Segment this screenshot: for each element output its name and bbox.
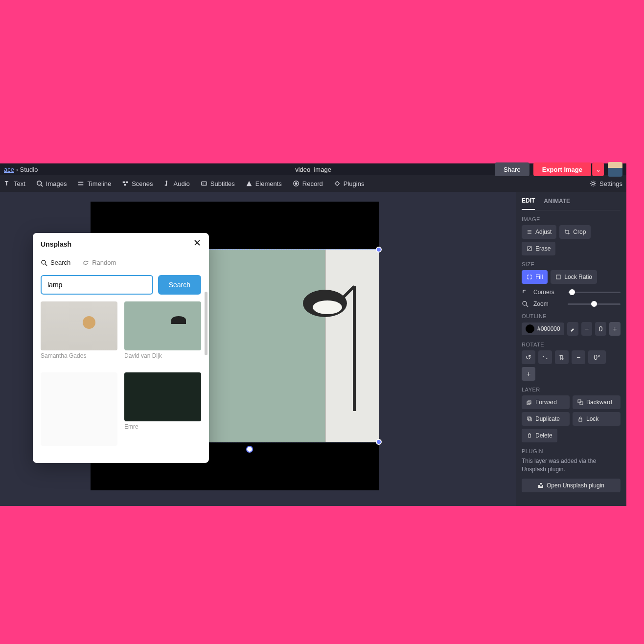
rotate-increase-button[interactable]: + bbox=[522, 367, 535, 381]
zoom-slider[interactable] bbox=[568, 303, 621, 305]
tool-subtitles[interactable]: Subtitles bbox=[201, 180, 235, 187]
fill-button[interactable]: Fill bbox=[522, 270, 548, 284]
unsplash-icon bbox=[538, 483, 544, 488]
modal-title: Unsplash bbox=[41, 240, 71, 248]
search-results-grid: Samantha Gades David van Dijk Emre bbox=[33, 299, 209, 463]
delete-button[interactable]: Delete bbox=[522, 429, 557, 442]
eyedropper-icon bbox=[570, 326, 575, 332]
lock-button[interactable]: Lock bbox=[573, 412, 621, 426]
svg-point-8 bbox=[165, 181, 167, 183]
adjust-icon bbox=[527, 229, 532, 235]
unsplash-modal: Unsplash Search Random Search Samantha G… bbox=[33, 233, 209, 463]
outline-decrease-button[interactable]: − bbox=[581, 322, 593, 336]
unsplash-search-button[interactable]: Search bbox=[158, 275, 201, 295]
svg-rect-32 bbox=[528, 417, 530, 420]
erase-icon bbox=[527, 246, 532, 252]
resize-handle-tr[interactable] bbox=[376, 247, 382, 253]
results-scrollbar[interactable] bbox=[205, 292, 207, 355]
duplicate-button[interactable]: Duplicate bbox=[522, 412, 570, 426]
outline-eyedropper-button[interactable] bbox=[567, 322, 578, 336]
svg-rect-35 bbox=[540, 483, 542, 484]
forward-button[interactable]: Forward bbox=[522, 395, 570, 409]
breadcrumb-studio: Studio bbox=[20, 166, 38, 173]
svg-rect-25 bbox=[556, 275, 560, 279]
toolbar: T Text Images Timeline Scenes Audio Subt… bbox=[0, 175, 626, 192]
breadcrumb-workspace-link[interactable]: ace bbox=[4, 166, 14, 173]
svg-text:T: T bbox=[5, 180, 9, 187]
svg-marker-12 bbox=[246, 181, 252, 186]
modal-tab-random[interactable]: Random bbox=[82, 259, 116, 266]
erase-button[interactable]: Erase bbox=[522, 242, 555, 255]
settings-link[interactable]: Settings bbox=[590, 180, 622, 187]
svg-rect-29 bbox=[527, 402, 530, 405]
outline-increase-button[interactable]: + bbox=[609, 322, 621, 336]
rotate-handle[interactable] bbox=[246, 446, 253, 453]
tab-animate[interactable]: ANIMATE bbox=[544, 192, 570, 210]
lamp-illustration bbox=[291, 274, 359, 411]
result-item[interactable]: David van Dijk bbox=[124, 301, 201, 367]
svg-point-17 bbox=[313, 300, 342, 314]
rotate-decrease-button[interactable]: − bbox=[572, 350, 585, 364]
adjust-button[interactable]: Adjust bbox=[522, 225, 556, 239]
svg-rect-9 bbox=[202, 182, 207, 185]
crop-button[interactable]: Crop bbox=[559, 225, 591, 239]
lock-icon bbox=[577, 416, 583, 422]
unsplash-search-input[interactable] bbox=[41, 275, 153, 295]
zoom-icon bbox=[522, 300, 529, 307]
flip-vertical-button[interactable]: ⇅ bbox=[555, 350, 569, 364]
elements-icon bbox=[246, 180, 253, 187]
modal-tab-search[interactable]: Search bbox=[41, 259, 70, 266]
svg-rect-7 bbox=[124, 184, 126, 186]
svg-line-2 bbox=[41, 185, 43, 187]
result-author: Samantha Gades bbox=[41, 352, 117, 359]
resize-handle-br[interactable] bbox=[376, 439, 382, 445]
svg-line-39 bbox=[45, 264, 47, 266]
svg-rect-31 bbox=[580, 402, 583, 405]
lock-ratio-button[interactable]: Lock Ratio bbox=[551, 270, 597, 284]
flip-horizontal-button[interactable]: ⇋ bbox=[538, 350, 552, 364]
close-modal-button[interactable] bbox=[193, 239, 201, 249]
tool-scenes[interactable]: Scenes bbox=[122, 180, 153, 187]
tab-edit[interactable]: EDIT bbox=[522, 192, 535, 210]
section-rotate-label: ROTATE bbox=[522, 342, 621, 347]
backward-button[interactable]: Backward bbox=[573, 395, 621, 409]
plugins-icon bbox=[334, 180, 341, 187]
result-thumbnail bbox=[41, 372, 117, 446]
section-outline-label: OUTLINE bbox=[522, 313, 621, 319]
zoom-label: Zoom bbox=[533, 300, 563, 307]
result-item[interactable]: Samantha Gades bbox=[41, 301, 117, 367]
search-icon bbox=[41, 259, 47, 266]
tool-record[interactable]: Record bbox=[293, 180, 323, 187]
scenes-icon bbox=[122, 180, 129, 187]
section-layer-label: LAYER bbox=[522, 387, 621, 392]
tool-audio[interactable]: Audio bbox=[164, 180, 190, 187]
result-item[interactable]: Emre bbox=[124, 372, 201, 455]
search-icon bbox=[36, 180, 43, 187]
tool-images[interactable]: Images bbox=[36, 180, 67, 187]
export-dropdown-caret[interactable]: ⌄ bbox=[592, 162, 604, 176]
svg-point-26 bbox=[523, 301, 527, 305]
tool-timeline[interactable]: Timeline bbox=[77, 180, 111, 187]
section-image-label: IMAGE bbox=[522, 216, 621, 222]
svg-rect-5 bbox=[123, 182, 125, 184]
result-item[interactable] bbox=[41, 372, 117, 455]
lock-ratio-icon bbox=[555, 274, 561, 280]
share-button[interactable]: Share bbox=[495, 162, 529, 176]
svg-point-15 bbox=[592, 182, 594, 184]
tool-elements[interactable]: Elements bbox=[246, 180, 282, 187]
user-avatar[interactable] bbox=[608, 162, 622, 177]
topbar: ace › Studio video_image Share Export Im… bbox=[0, 163, 626, 175]
text-icon: T bbox=[4, 180, 11, 187]
export-image-button[interactable]: Export Image bbox=[533, 162, 591, 176]
tool-text[interactable]: T Text bbox=[4, 180, 25, 187]
record-icon bbox=[293, 180, 299, 187]
outline-color-field[interactable]: #000000 bbox=[522, 322, 564, 335]
tool-plugins[interactable]: Plugins bbox=[334, 180, 365, 187]
svg-line-24 bbox=[528, 247, 531, 251]
corners-slider[interactable] bbox=[568, 292, 621, 293]
open-unsplash-plugin-button[interactable]: Open Unsplash plugin bbox=[522, 479, 621, 492]
rotate-ccw-button[interactable]: ↺ bbox=[522, 350, 535, 364]
svg-marker-41 bbox=[83, 263, 84, 265]
svg-rect-6 bbox=[126, 182, 128, 184]
svg-rect-30 bbox=[578, 400, 581, 403]
